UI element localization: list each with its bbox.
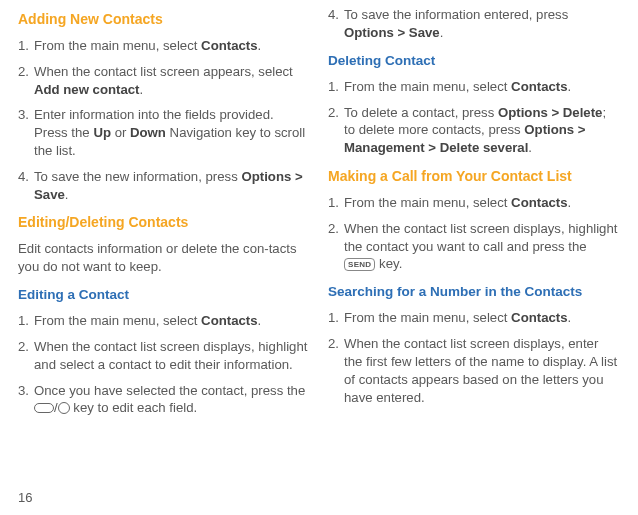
list-item: 2. When the contact list screen displays… [328, 220, 618, 273]
heading-adding-contacts: Adding New Contacts [18, 10, 308, 29]
page-columns: Adding New Contacts 1. From the main men… [18, 6, 620, 427]
step-text: From the main menu, select Contacts. [344, 309, 618, 327]
list-item: 3. Once you have selected the contact, p… [18, 382, 308, 418]
heading-deleting: Deleting Contact [328, 52, 618, 70]
step-number: 2. [328, 220, 344, 273]
step-text: From the main menu, select Contacts. [344, 194, 618, 212]
list-editing-contact: 1. From the main menu, select Contacts. … [18, 312, 308, 417]
list-adding-contacts: 1. From the main menu, select Contacts. … [18, 37, 308, 204]
step-number: 4. [328, 6, 344, 42]
list-item: 2. When the contact list screen displays… [328, 335, 618, 406]
list-deleting-contact: 1. From the main menu, select Contacts. … [328, 78, 618, 157]
step-text: From the main menu, select Contacts. [344, 78, 618, 96]
step-text: When the contact list screen displays, h… [34, 338, 308, 374]
list-item: 4. To save the new information, press Op… [18, 168, 308, 204]
step-number: 1. [328, 78, 344, 96]
list-item: 3. Enter information into the fields pro… [18, 106, 308, 159]
list-item: 1. From the main menu, select Contacts. [18, 37, 308, 55]
heading-making-call: Making a Call from Your Contact List [328, 167, 618, 186]
heading-searching: Searching for a Number in the Contacts [328, 283, 618, 301]
list-searching: 1. From the main menu, select Contacts. … [328, 309, 618, 406]
list-item: 1. From the main menu, select Contacts. [328, 78, 618, 96]
step-number: 3. [18, 382, 34, 418]
step-text: Enter information into the fields provid… [34, 106, 308, 159]
list-making-call: 1. From the main menu, select Contacts. … [328, 194, 618, 273]
step-text: When the contact list screen appears, se… [34, 63, 308, 99]
step-number: 3. [18, 106, 34, 159]
list-item: 1. From the main menu, select Contacts. [328, 309, 618, 327]
heading-edit-delete: Editing/Deleting Contacts [18, 213, 308, 232]
step-text: From the main menu, select Contacts. [34, 37, 308, 55]
step-text: Once you have selected the contact, pres… [34, 382, 308, 418]
list-item: 2. When the contact list screen displays… [18, 338, 308, 374]
step-text: When the contact list screen displays, e… [344, 335, 618, 406]
send-key-icon: SEND [344, 258, 375, 271]
list-item: 1. From the main menu, select Contacts. [328, 194, 618, 212]
step-number: 1. [18, 37, 34, 55]
list-editing-contact-cont: 4. To save the information entered, pres… [328, 6, 618, 42]
step-text: When the contact list screen displays, h… [344, 220, 618, 273]
softkey-icon [34, 403, 54, 413]
edit-delete-intro: Edit contacts information or delete the … [18, 240, 308, 276]
page-number: 16 [18, 489, 32, 507]
list-item: 2. To delete a contact, press Options > … [328, 104, 618, 157]
column-left: Adding New Contacts 1. From the main men… [18, 6, 308, 427]
heading-editing: Editing a Contact [18, 286, 308, 304]
ok-key-icon [58, 402, 70, 414]
step-text: To save the new information, press Optio… [34, 168, 308, 204]
step-number: 2. [328, 335, 344, 406]
column-right: 4. To save the information entered, pres… [328, 6, 618, 427]
step-text: To delete a contact, press Options > Del… [344, 104, 618, 157]
step-text: To save the information entered, press O… [344, 6, 618, 42]
step-text: From the main menu, select Contacts. [34, 312, 308, 330]
step-number: 1. [18, 312, 34, 330]
list-item: 1. From the main menu, select Contacts. [18, 312, 308, 330]
step-number: 2. [328, 104, 344, 157]
step-number: 2. [18, 63, 34, 99]
step-number: 1. [328, 309, 344, 327]
step-number: 2. [18, 338, 34, 374]
list-item: 2. When the contact list screen appears,… [18, 63, 308, 99]
list-item: 4. To save the information entered, pres… [328, 6, 618, 42]
step-number: 4. [18, 168, 34, 204]
step-number: 1. [328, 194, 344, 212]
